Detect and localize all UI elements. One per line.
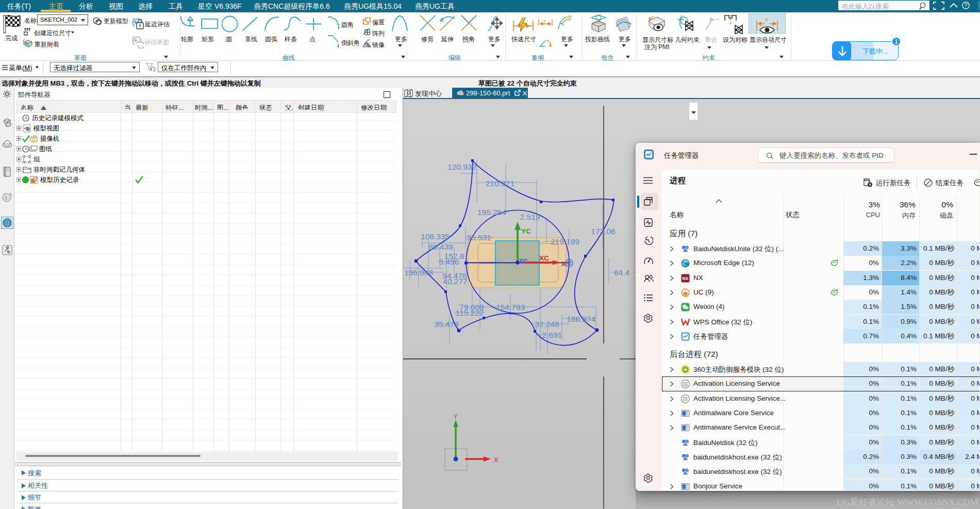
svg-text:2.519: 2.519	[520, 212, 540, 221]
svg-text:173.06: 173.06	[591, 227, 615, 236]
svg-text:35.531: 35.531	[467, 233, 491, 242]
svg-text:120.932: 120.932	[447, 162, 476, 171]
svg-text:40.277: 40.277	[443, 277, 467, 286]
svg-text:UG爱好者论坛 WWW.UGSNX.COM: UG爱好者论坛 WWW.UGSNX.COM	[837, 497, 978, 507]
svg-text:210.371: 210.371	[486, 179, 514, 188]
svg-text:2.631: 2.631	[542, 331, 562, 339]
svg-text:R: R	[568, 15, 572, 20]
svg-text:5.496: 5.496	[439, 257, 459, 266]
svg-text:186.974: 186.974	[567, 315, 595, 323]
svg-text:Y: Y	[453, 413, 458, 420]
svg-text:195.254: 195.254	[477, 208, 506, 217]
svg-text:154.793: 154.793	[496, 303, 525, 311]
svg-text:x: x	[543, 19, 545, 23]
svg-text:89.439: 89.439	[428, 242, 453, 251]
svg-text:ZC: ZC	[519, 257, 528, 265]
svg-text:219.189: 219.189	[551, 237, 579, 246]
svg-text:?: ?	[965, 3, 968, 8]
svg-text:35.473: 35.473	[434, 320, 458, 329]
svg-text:108.335: 108.335	[421, 232, 450, 241]
svg-text:i: i	[5, 194, 7, 201]
svg-text:84.4: 84.4	[614, 268, 630, 277]
svg-text:136.048: 136.048	[404, 268, 433, 277]
svg-text:X: X	[494, 456, 499, 464]
svg-text:NX: NX	[683, 276, 689, 281]
svg-text:YC: YC	[521, 227, 531, 235]
svg-text:32.248: 32.248	[535, 320, 559, 329]
svg-text:115.227: 115.227	[456, 308, 484, 317]
svg-text:x: x	[765, 17, 768, 22]
svg-text:X: X	[561, 260, 566, 268]
svg-text:XC: XC	[539, 254, 549, 262]
